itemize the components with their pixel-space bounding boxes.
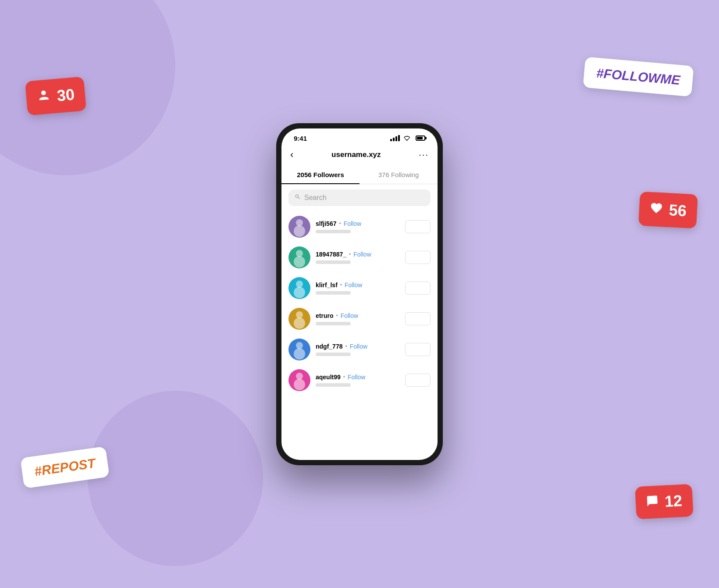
follow-button[interactable]: Follow (350, 343, 367, 350)
follow-button[interactable]: Follow (353, 251, 371, 258)
user-list: slfji567 • Follow (281, 211, 438, 460)
follow-action-box[interactable] (405, 282, 431, 295)
avatar-figure (294, 287, 305, 298)
more-options-button[interactable]: ··· (419, 150, 429, 160)
avatar (288, 308, 310, 330)
dot-separator: • (343, 374, 345, 380)
follow-button[interactable]: Follow (344, 220, 361, 227)
avatar-figure (294, 348, 305, 360)
user-info: 18947887_ • Follow (316, 251, 400, 264)
signal-bars-icon (390, 135, 400, 141)
tab-following[interactable]: 376 Following (360, 166, 438, 184)
user-name: 18947887_ (316, 251, 346, 258)
status-time: 9:41 (294, 135, 307, 142)
back-button[interactable]: ‹ (290, 149, 293, 160)
avatar-figure (294, 225, 305, 237)
tabs-container: 2056 Followers 376 Following (281, 166, 438, 184)
list-item: 18947887_ • Follow (281, 242, 438, 273)
user-info: slfji567 • Follow (316, 220, 400, 233)
chat-icon (646, 494, 659, 510)
user-info: klirf_lsf • Follow (316, 282, 400, 295)
dot-separator: • (336, 313, 338, 319)
phone-wrapper: 9:41 (276, 123, 443, 465)
tab-followers[interactable]: 2056 Followers (281, 166, 360, 184)
user-subtitle-bar (316, 230, 351, 233)
avatar-figure (294, 379, 305, 390)
likes-notification-badge: 56 (638, 192, 698, 229)
user-subtitle-bar (316, 260, 351, 264)
comments-notification-badge: 12 (635, 484, 694, 520)
svg-point-0 (41, 90, 46, 95)
search-container: Search (281, 184, 438, 211)
search-box[interactable]: Search (288, 189, 431, 206)
user-subtitle-bar (316, 353, 351, 356)
dot-separator: • (339, 221, 341, 227)
list-item: etruro • Follow (281, 303, 438, 334)
list-item: slfji567 • Follow (281, 211, 438, 242)
user-name-row: slfji567 • Follow (316, 220, 400, 227)
avatar (288, 216, 310, 238)
comments-count: 12 (664, 492, 683, 511)
avatar (288, 246, 310, 268)
followers-count: 30 (56, 85, 75, 105)
user-subtitle-bar (316, 383, 351, 387)
user-name-row: klirf_lsf • Follow (316, 282, 400, 289)
user-info: etruro • Follow (316, 312, 400, 325)
likes-count: 56 (669, 201, 687, 220)
user-info: aqeult99 • Follow (316, 374, 400, 387)
wifi-icon (404, 135, 412, 142)
follow-button[interactable]: Follow (345, 282, 362, 289)
user-info: ndgf_778 • Follow (316, 343, 400, 356)
page-title: username.xyz (331, 150, 381, 159)
user-name: slfji567 (316, 220, 336, 227)
follow-action-box[interactable] (405, 343, 431, 356)
avatar-figure (294, 256, 305, 267)
search-icon (295, 194, 301, 201)
avatar (288, 339, 310, 360)
repost-text: #REPOST (33, 456, 96, 478)
follow-button[interactable]: Follow (341, 312, 358, 319)
followme-hashtag-badge: #FOLLOWME (583, 57, 694, 96)
list-item: aqeult99 • Follow (281, 365, 438, 396)
user-name: klirf_lsf (316, 282, 338, 289)
user-name-row: etruro • Follow (316, 312, 400, 319)
phone-device: 9:41 (276, 123, 443, 465)
avatar (288, 369, 310, 391)
status-bar: 9:41 (281, 128, 438, 146)
user-name: ndgf_778 (316, 343, 342, 350)
user-name-row: aqeult99 • Follow (316, 374, 400, 381)
user-subtitle-bar (316, 291, 351, 295)
user-name-row: 18947887_ • Follow (316, 251, 400, 258)
user-name-row: ndgf_778 • Follow (316, 343, 400, 350)
dot-separator: • (349, 251, 351, 257)
avatar-figure (294, 317, 305, 329)
phone-screen: 9:41 (281, 128, 438, 460)
heart-icon (649, 201, 663, 218)
list-item: ndgf_778 • Follow (281, 334, 438, 365)
person-icon (36, 88, 51, 107)
dot-separator: • (340, 282, 342, 288)
dot-separator: • (345, 343, 347, 349)
followers-notification-badge: 30 (25, 76, 86, 115)
user-name: aqeult99 (316, 374, 341, 381)
app-header: ‹ username.xyz ··· (281, 146, 438, 166)
follow-action-box[interactable] (405, 374, 431, 387)
followme-text: #FOLLOWME (596, 66, 681, 88)
user-subtitle-bar (316, 322, 351, 325)
list-item: klirf_lsf • Follow (281, 273, 438, 303)
avatar (288, 277, 310, 299)
search-placeholder: Search (304, 194, 327, 202)
background-blob-2 (88, 391, 263, 566)
user-name: etruro (316, 312, 333, 319)
follow-action-box[interactable] (405, 251, 431, 264)
follow-action-box[interactable] (405, 220, 431, 233)
battery-icon (416, 135, 425, 141)
follow-action-box[interactable] (405, 312, 431, 325)
follow-button[interactable]: Follow (348, 374, 365, 381)
status-icons (390, 135, 425, 142)
